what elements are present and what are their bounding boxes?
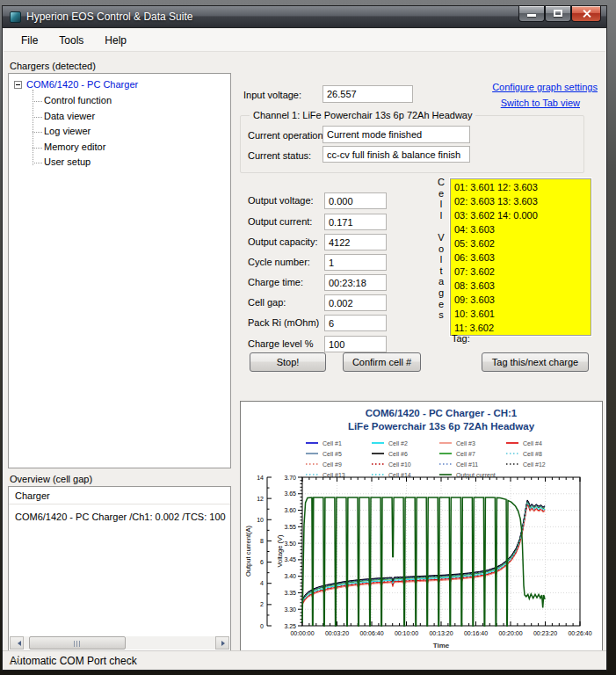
- menu-item-tools[interactable]: Tools: [50, 32, 92, 49]
- overview-column-header[interactable]: Charger: [9, 487, 230, 504]
- svg-text:00:06:40: 00:06:40: [359, 630, 383, 636]
- caption-buttons: [518, 6, 601, 22]
- charge-graph-panel: COM6/1420 - PC Charger - CH:1LiFe Powerc…: [240, 401, 603, 653]
- tree-item-control-function[interactable]: Control function: [44, 95, 112, 105]
- svg-text:Cell #7: Cell #7: [456, 451, 475, 457]
- minimize-button[interactable]: [518, 6, 545, 22]
- chargers-detected-label: Chargers (detected): [10, 61, 96, 71]
- tree-item-log-viewer[interactable]: Log viewer: [44, 126, 91, 136]
- field-value-5[interactable]: [324, 294, 387, 311]
- svg-text:3.65: 3.65: [284, 490, 296, 497]
- overview-label: Overview (cell gap): [10, 474, 92, 484]
- configure-graph-settings-link[interactable]: Configure graph settings: [492, 82, 598, 92]
- svg-text:Cell #8: Cell #8: [523, 451, 542, 457]
- cell-voltage-line-3: 03: 3.602 14: 0.000: [454, 208, 587, 222]
- app-icon: [10, 11, 21, 23]
- input-voltage-label: Input voltage:: [243, 90, 301, 100]
- close-icon: [582, 9, 591, 18]
- charge-graph-svg: COM6/1420 - PC Charger - CH:1LiFe Powerc…: [241, 402, 602, 652]
- field-value-1[interactable]: [324, 214, 387, 230]
- menu-item-file[interactable]: File: [12, 32, 47, 49]
- cell-voltage-line-2: 02: 3.603 13: 3.603: [454, 194, 587, 208]
- title-bar[interactable]: Hyperion EOS Control & Data Suite: [3, 6, 606, 28]
- svg-text:Cell #5: Cell #5: [322, 451, 342, 457]
- resize-grip-icon[interactable]: [10, 655, 20, 665]
- scrollbar-thumb[interactable]: [29, 636, 126, 650]
- cell-voltage-line-1: 01: 3.601 12: 3.603: [454, 180, 587, 194]
- cell-voltages-listbox[interactable]: 01: 3.601 12: 3.60302: 3.603 13: 3.60303…: [450, 178, 591, 336]
- menu-bar: FileToolsHelp: [4, 29, 605, 52]
- svg-text:Time: Time: [433, 642, 450, 650]
- cell-voltage-line-6: 06: 3.603: [454, 250, 587, 265]
- current-operation-field[interactable]: [322, 126, 470, 143]
- svg-text:Cell #4: Cell #4: [523, 440, 542, 446]
- overview-row[interactable]: COM6/1420 - PC Charger /Ch1: 0.002 /TCS:…: [15, 512, 226, 522]
- svg-text:3.70: 3.70: [284, 475, 296, 481]
- cell-voltage-line-10: 10: 3.601: [454, 307, 587, 321]
- cell-voltage-line-4: 04: 3.603: [454, 222, 587, 236]
- tree-item-user-setup[interactable]: User setup: [44, 156, 91, 167]
- tree-item-data-viewer[interactable]: Data viewer: [44, 111, 95, 121]
- svg-text:Cell #10: Cell #10: [388, 461, 411, 468]
- cell-voltage-line-5: 05: 3.602: [454, 236, 587, 250]
- svg-text:3.50: 3.50: [284, 541, 296, 547]
- svg-text:4: 4: [260, 580, 264, 586]
- close-button[interactable]: [571, 6, 601, 22]
- svg-text:Cell #1: Cell #1: [322, 440, 342, 446]
- svg-text:3.25: 3.25: [284, 623, 296, 629]
- svg-text:00:03:20: 00:03:20: [325, 630, 349, 636]
- field-value-3[interactable]: [324, 254, 387, 271]
- scroll-right-button[interactable]: [215, 636, 229, 650]
- scrollbar-grip-icon: [74, 641, 81, 647]
- maximize-button[interactable]: [545, 6, 571, 22]
- input-voltage-field[interactable]: [322, 85, 413, 103]
- svg-text:2: 2: [260, 601, 264, 607]
- field-label-2: Output capacity:: [248, 236, 318, 247]
- field-label-4: Charge time:: [248, 277, 303, 287]
- svg-text:0: 0: [260, 623, 264, 629]
- tag-next-charge-button[interactable]: Tag this/next charge: [482, 352, 589, 372]
- svg-text:10: 10: [257, 517, 264, 523]
- scrollbar-track[interactable]: [24, 636, 215, 650]
- horizontal-scrollbar[interactable]: [10, 636, 229, 650]
- field-value-7[interactable]: [324, 336, 387, 352]
- svg-text:Cell #12: Cell #12: [523, 461, 546, 468]
- status-bar: Automatic COM Port check: [3, 650, 606, 670]
- svg-text:COM6/1420 - PC Charger - CH:1: COM6/1420 - PC Charger - CH:1: [366, 408, 518, 418]
- cell-voltage-line-11: 11: 3.602: [454, 321, 587, 335]
- svg-text:Cell #9: Cell #9: [322, 461, 342, 468]
- cell-voltage-line-7: 07: 3.602: [454, 265, 587, 279]
- field-label-7: Charge level %: [248, 338, 314, 349]
- window-title: Hyperion EOS Control & Data Suite: [26, 11, 192, 23]
- chargers-tree[interactable]: COM6/1420 - PC Charger Control functionD…: [8, 73, 231, 468]
- svg-text:14: 14: [257, 475, 264, 481]
- field-value-0[interactable]: [324, 192, 387, 209]
- channel-groupbox: Channel 1: LiFe Powerchair 13s 6p 72Ah H…: [240, 115, 584, 173]
- field-label-6: Pack Ri (mOhm): [248, 317, 319, 328]
- overview-list[interactable]: Charger COM6/1420 - PC Charger /Ch1: 0.0…: [8, 486, 231, 651]
- svg-text:00:26:40: 00:26:40: [568, 630, 591, 636]
- svg-text:6: 6: [260, 559, 264, 565]
- switch-to-tab-view-link[interactable]: Switch to Tab view: [501, 98, 580, 108]
- field-label-1: Output current:: [248, 216, 312, 227]
- field-value-6[interactable]: [324, 315, 387, 331]
- tree-collapse-icon[interactable]: [14, 81, 22, 89]
- cell-voltages-vertical-label: C e l l V o l t a g e s: [435, 177, 447, 321]
- svg-text:00:20:00: 00:20:00: [498, 630, 522, 636]
- tree-root-charger[interactable]: COM6/1420 - PC Charger: [26, 79, 138, 90]
- svg-text:12: 12: [257, 496, 264, 502]
- field-value-4[interactable]: [324, 274, 387, 291]
- confirm-cell-button[interactable]: Confirm cell #: [343, 352, 421, 372]
- minimize-icon: [527, 14, 536, 17]
- tree-item-memory-editor[interactable]: Memory editor: [44, 142, 105, 152]
- cell-voltage-line-9: 09: 3.603: [454, 293, 587, 307]
- svg-text:3.35: 3.35: [284, 590, 296, 596]
- field-value-2[interactable]: [324, 234, 387, 250]
- field-label-0: Output voltage:: [248, 195, 314, 206]
- svg-text:00:10:00: 00:10:00: [395, 630, 418, 636]
- stop-button[interactable]: Stop!: [250, 352, 326, 372]
- scroll-left-button[interactable]: [10, 636, 24, 650]
- svg-text:Cell #6: Cell #6: [388, 451, 408, 457]
- menu-item-help[interactable]: Help: [96, 32, 135, 49]
- current-status-field[interactable]: [322, 146, 470, 163]
